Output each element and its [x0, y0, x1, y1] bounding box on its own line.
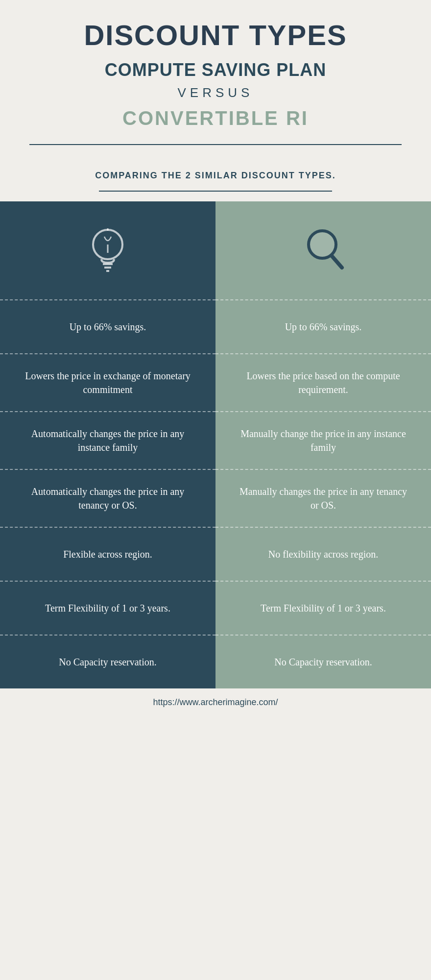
lightbulb-icon [86, 226, 130, 280]
convertible-ri-label: CONVERTIBLE RI [29, 107, 402, 129]
versus-label: VERSUS [29, 85, 402, 100]
bottom-divider [99, 191, 332, 192]
left-row-1: Up to 66% savings. [0, 299, 216, 353]
left-row-7: No Capacity reservation. [0, 635, 216, 688]
right-row-6: Term Flexibility of 1 or 3 years. [216, 581, 431, 635]
comparison-table: Up to 66% savings. Lowers the price in e… [0, 201, 431, 688]
right-row-4: Manually changes the price in any tenanc… [216, 469, 431, 527]
svg-point-6 [309, 231, 336, 258]
left-column: Up to 66% savings. Lowers the price in e… [0, 201, 216, 688]
right-column: Up to 66% savings. Lowers the price base… [216, 201, 431, 688]
subtitle: COMPUTE SAVING PLAN [29, 60, 402, 80]
right-icon-row [216, 201, 431, 299]
right-row-2: Lowers the price based on the compute re… [216, 353, 431, 411]
comparing-section: COMPARING THE 2 SIMILAR DISCOUNT TYPES. [0, 160, 431, 201]
left-row-4: Automatically changes the price in any t… [0, 469, 216, 527]
footer: https://www.archerimagine.com/ [0, 688, 431, 716]
left-icon-row [0, 201, 216, 299]
right-row-5: No flexibility across region. [216, 527, 431, 581]
header-section: DISCOUNT TYPES COMPUTE SAVING PLAN VERSU… [0, 0, 431, 160]
svg-line-7 [332, 256, 342, 268]
left-row-3: Automatically changes the price in any i… [0, 411, 216, 469]
top-divider [29, 144, 402, 145]
right-row-1: Up to 66% savings. [216, 299, 431, 353]
magnifier-icon [299, 226, 348, 280]
left-row-2: Lowers the price in exchange of monetary… [0, 353, 216, 411]
footer-url: https://www.archerimagine.com/ [153, 697, 278, 707]
left-row-6: Term Flexibility of 1 or 3 years. [0, 581, 216, 635]
right-row-3: Manually change the price in any instanc… [216, 411, 431, 469]
page-title: DISCOUNT TYPES [29, 20, 402, 51]
left-row-5: Flexible across region. [0, 527, 216, 581]
right-row-7: No Capacity reservation. [216, 635, 431, 688]
comparing-text: COMPARING THE 2 SIMILAR DISCOUNT TYPES. [49, 170, 382, 182]
